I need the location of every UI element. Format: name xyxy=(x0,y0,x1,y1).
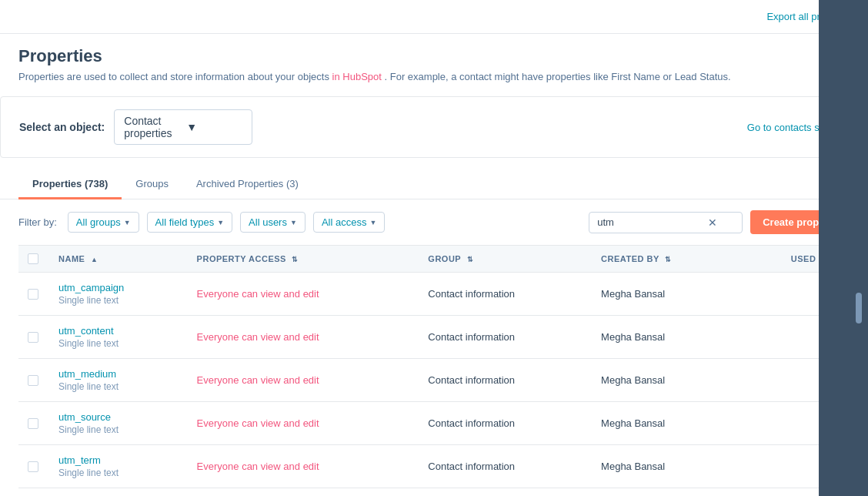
object-selector-left: Select an object: Contact properties ▼ xyxy=(19,109,252,145)
row-access-cell: Everyone can view and edit xyxy=(188,445,419,488)
object-selector-label: Select an object: xyxy=(19,121,105,133)
object-selector-row: Select an object: Contact properties ▼ G… xyxy=(0,96,868,158)
filter-by-label: Filter by: xyxy=(18,216,57,228)
property-type-label: Single line text xyxy=(58,338,179,349)
object-selector-value: Contact properties xyxy=(124,115,180,139)
filter-all-field-types[interactable]: All field types ▼ xyxy=(147,212,233,233)
row-group-cell: Contact information xyxy=(419,359,592,402)
row-group-cell: Contact information xyxy=(419,273,592,316)
property-group-value: Contact information xyxy=(428,331,515,343)
row-group-cell: Contact information xyxy=(419,316,592,359)
tab-groups[interactable]: Groups xyxy=(122,170,182,199)
description-text-end: . For example, a contact might have prop… xyxy=(385,71,731,82)
row-access-cell: Everyone can view and edit xyxy=(188,273,419,316)
row-group-cell: Contact information xyxy=(419,402,592,445)
table-header-row: NAME ▲ PROPERTY ACCESS ⇅ GROUP ⇅ CREATED… xyxy=(18,246,850,273)
property-access-value: Everyone can view and edit xyxy=(197,288,319,300)
row-checkbox-cell xyxy=(18,402,49,445)
table-row: utm_medium Single line text Everyone can… xyxy=(18,359,850,402)
row-name-cell: utm_source Single line text xyxy=(49,402,188,445)
property-name-link[interactable]: utm_content xyxy=(58,325,179,337)
th-created-by[interactable]: CREATED BY ⇅ xyxy=(592,246,738,273)
table-row: utm_term Single line text Everyone can v… xyxy=(18,445,850,488)
property-created-by-value: Megha Bansal xyxy=(601,374,665,386)
row-created-by-cell: Megha Bansal xyxy=(592,445,738,488)
property-type-label: Single line text xyxy=(58,468,179,478)
tabs-container: Properties (738) Groups Archived Propert… xyxy=(18,170,850,199)
sort-name-icon: ▲ xyxy=(91,256,98,263)
row-checkbox[interactable] xyxy=(28,418,38,429)
chevron-down-icon: ▼ xyxy=(186,121,242,133)
property-name-link[interactable]: utm_source xyxy=(58,411,179,423)
property-created-by-value: Megha Bansal xyxy=(601,331,665,343)
row-checkbox[interactable] xyxy=(28,461,38,472)
scrollbar-thumb[interactable] xyxy=(856,293,862,323)
object-selector-dropdown[interactable]: Contact properties ▼ xyxy=(114,109,252,145)
tab-properties[interactable]: Properties (738) xyxy=(18,170,122,199)
property-created-by-value: Megha Bansal xyxy=(601,417,665,429)
property-created-by-value: Megha Bansal xyxy=(601,461,665,472)
row-checkbox-cell xyxy=(18,316,49,359)
filter-all-users[interactable]: All users ▼ xyxy=(240,212,305,233)
th-name[interactable]: NAME ▲ xyxy=(49,246,188,273)
row-group-cell: Contact information xyxy=(419,445,592,488)
row-created-by-cell: Megha Bansal xyxy=(592,402,738,445)
page-description: Properties are used to collect and store… xyxy=(18,71,850,82)
row-access-cell: Everyone can view and edit xyxy=(188,316,419,359)
chevron-down-icon: ▼ xyxy=(369,219,376,226)
page-title: Properties xyxy=(18,46,850,66)
property-type-label: Single line text xyxy=(58,424,179,435)
property-access-value: Everyone can view and edit xyxy=(197,374,319,386)
property-access-value: Everyone can view and edit xyxy=(197,417,319,429)
row-checkbox-cell xyxy=(18,445,49,488)
right-sidebar xyxy=(819,0,868,496)
row-access-cell: Everyone can view and edit xyxy=(188,359,419,402)
row-name-cell: utm_content Single line text xyxy=(49,316,188,359)
sort-created-icon: ⇅ xyxy=(665,256,672,263)
row-checkbox-cell xyxy=(18,359,49,402)
search-input[interactable] xyxy=(597,216,705,228)
hubspot-link[interactable]: in HubSpot xyxy=(332,71,382,82)
chevron-down-icon: ▼ xyxy=(217,219,224,226)
th-checkbox xyxy=(18,246,49,273)
property-type-label: Single line text xyxy=(58,295,179,306)
row-name-cell: utm_medium Single line text xyxy=(49,359,188,402)
row-checkbox-cell xyxy=(18,273,49,316)
filter-all-groups[interactable]: All groups ▼ xyxy=(68,212,139,233)
properties-table: NAME ▲ PROPERTY ACCESS ⇅ GROUP ⇅ CREATED… xyxy=(18,245,850,488)
tabs-section: Properties (738) Groups Archived Propert… xyxy=(0,170,868,199)
clear-search-icon[interactable]: ✕ xyxy=(708,216,717,229)
property-group-value: Contact information xyxy=(428,417,515,429)
chevron-down-icon: ▼ xyxy=(124,219,131,226)
search-box: ✕ xyxy=(589,212,743,233)
description-text-start: Properties are used to collect and store… xyxy=(18,71,332,82)
row-access-cell: Everyone can view and edit xyxy=(188,402,419,445)
property-group-value: Contact information xyxy=(428,288,515,300)
tab-archived-properties[interactable]: Archived Properties (3) xyxy=(182,170,312,199)
table-row: utm_content Single line text Everyone ca… xyxy=(18,316,850,359)
row-checkbox[interactable] xyxy=(28,375,38,386)
property-name-link[interactable]: utm_term xyxy=(58,454,179,466)
table-row: utm_source Single line text Everyone can… xyxy=(18,402,850,445)
th-property-access[interactable]: PROPERTY ACCESS ⇅ xyxy=(188,246,419,273)
select-all-checkbox[interactable] xyxy=(28,253,38,264)
filter-row: Filter by: All groups ▼ All field types … xyxy=(0,199,868,245)
property-name-link[interactable]: utm_medium xyxy=(58,368,179,380)
property-type-label: Single line text xyxy=(58,381,179,392)
row-name-cell: utm_campaign Single line text xyxy=(49,273,188,316)
row-created-by-cell: Megha Bansal xyxy=(592,359,738,402)
row-checkbox[interactable] xyxy=(28,289,38,300)
row-name-cell: utm_term Single line text xyxy=(49,445,188,488)
row-created-by-cell: Megha Bansal xyxy=(592,273,738,316)
property-access-value: Everyone can view and edit xyxy=(197,461,319,472)
sort-access-icon: ⇅ xyxy=(292,256,299,263)
header-section: Properties Properties are used to collec… xyxy=(0,34,868,82)
th-group[interactable]: GROUP ⇅ xyxy=(419,246,592,273)
filter-all-access[interactable]: All access ▼ xyxy=(313,212,385,233)
chevron-down-icon: ▼ xyxy=(290,219,297,226)
property-group-value: Contact information xyxy=(428,461,515,472)
property-name-link[interactable]: utm_campaign xyxy=(58,282,179,293)
table-row: utm_campaign Single line text Everyone c… xyxy=(18,273,850,316)
row-created-by-cell: Megha Bansal xyxy=(592,316,738,359)
row-checkbox[interactable] xyxy=(28,332,38,343)
